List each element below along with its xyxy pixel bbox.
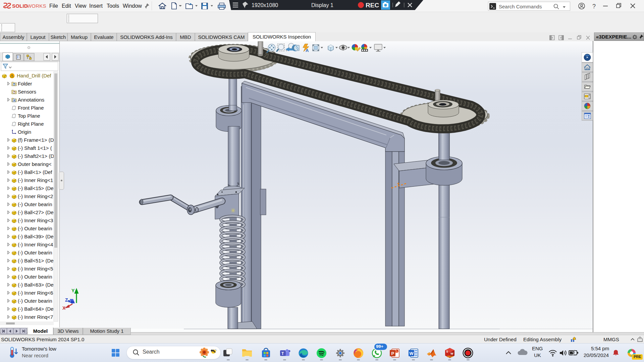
- svg-text:SOLID: SOLID: [12, 3, 28, 9]
- svg-text:REC: REC: [366, 2, 379, 9]
- svg-text:WORKS: WORKS: [27, 3, 46, 9]
- svg-text:X: X: [62, 305, 66, 311]
- svg-text:S: S: [446, 350, 448, 353]
- svg-text:?: ?: [592, 3, 596, 10]
- svg-text:W: W: [410, 351, 414, 356]
- svg-text:T: T: [281, 351, 284, 356]
- svg-text:!: !: [575, 337, 576, 340]
- svg-text:Y: Y: [71, 288, 75, 293]
- svg-text:Display 1: Display 1: [311, 2, 333, 8]
- svg-text:Z: Z: [65, 297, 68, 303]
- svg-text:A: A: [306, 48, 309, 53]
- svg-text:A: A: [13, 99, 15, 102]
- svg-text:2024: 2024: [447, 355, 453, 358]
- svg-text:644x362: 644x362: [252, 2, 278, 8]
- svg-text:P: P: [391, 351, 394, 356]
